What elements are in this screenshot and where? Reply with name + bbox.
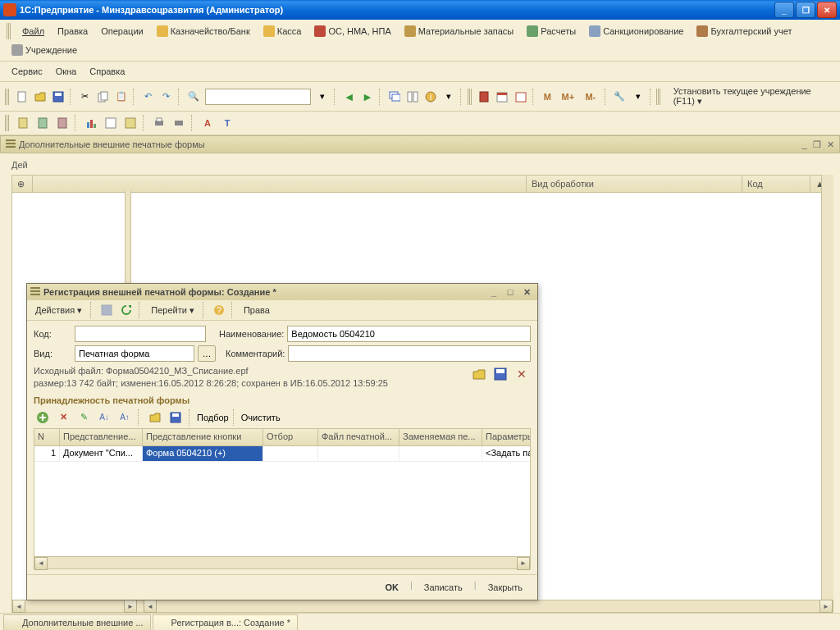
menu-cash[interactable]: Касса [258,24,307,39]
expand-col[interactable]: ⊕ [12,176,33,192]
m-button[interactable]: M [539,88,555,106]
col-code[interactable]: Код [742,176,810,192]
col-filter[interactable]: Отбор [263,429,318,445]
menu-inventory[interactable]: Материальные запасы [399,24,519,39]
add-button[interactable] [34,409,52,427]
save-file-button[interactable] [491,365,509,383]
pick-button[interactable]: Подбор [197,413,229,422]
col-n[interactable]: N [34,429,60,445]
save-button[interactable] [50,88,66,106]
close-button[interactable]: Закрыть [480,580,531,595]
menu-file[interactable]: Файл [17,25,49,38]
goto-menu[interactable]: Перейти ▾ [146,304,199,317]
minimize-button[interactable]: _ [774,2,794,18]
date-button[interactable] [513,88,529,106]
sort-desc-button[interactable]: A↑ [116,409,134,427]
find-button[interactable]: 🔍 [185,88,202,106]
col-params[interactable]: Параметры о... [482,429,530,445]
panel-restore-button[interactable]: ❐ [813,139,821,149]
cut-button[interactable]: ✂ [77,88,94,106]
maximize-button[interactable]: ❐ [796,2,815,18]
set-institution-button[interactable]: Установить текущее учреждение (F11) ▾ [665,84,835,108]
menu-sanction[interactable]: Санкционирование [584,24,688,39]
clear-button[interactable]: Очистить [241,413,281,422]
mminus-button[interactable]: M- [580,88,601,106]
print-button[interactable] [150,114,168,132]
report1-button[interactable] [14,114,32,132]
nav-back-button[interactable]: ◄ [341,88,358,106]
kind-select-button[interactable]: … [198,345,216,362]
redo-button[interactable]: ↷ [158,88,175,106]
menu-service[interactable]: Сервис [7,65,48,78]
chart3-button[interactable] [121,114,139,132]
text2-button[interactable]: T [218,114,236,132]
kind-input[interactable]: Печатная форма [75,345,194,362]
disk-button[interactable] [167,409,185,427]
dialog-maximize-button[interactable]: □ [503,285,518,299]
dialog-titlebar[interactable]: Регистрация внешней печатной формы: Созд… [27,284,537,300]
mplus-button[interactable]: M+ [557,88,578,106]
save-button[interactable] [98,301,116,319]
scroll-left-button[interactable]: ◄ [12,600,25,613]
col-name[interactable] [33,176,527,192]
code-input[interactable] [75,326,206,342]
chart2-button[interactable] [102,114,120,132]
menu-institution[interactable]: Учреждение [7,43,82,57]
search-input[interactable] [205,89,311,105]
search-dropdown[interactable]: ▾ [314,88,331,106]
dialog-close-button[interactable]: ✕ [519,285,534,299]
col-btn[interactable]: Представление кнопки [143,429,263,445]
close-button[interactable]: ✕ [817,2,837,18]
menu-calc[interactable]: Расчеты [522,24,581,39]
tab-registration[interactable]: Регистрация в...: Создание * [153,614,298,630]
report3-button[interactable] [53,114,71,132]
remove-button[interactable]: ✕ [54,409,72,427]
scroll-right-button[interactable]: ► [517,557,530,570]
menu-assets[interactable]: ОС, НМА, НПА [309,24,395,39]
calc-button[interactable] [476,88,492,106]
comment-input[interactable] [288,345,531,362]
help-button[interactable]: i [422,88,439,106]
menu-windows[interactable]: Окна [51,65,82,78]
open-button[interactable] [32,88,48,106]
scrollbar-horizontal[interactable]: ◄ ► ◄ ► [11,600,833,613]
scroll-left-button[interactable]: ◄ [144,600,157,613]
panel-close-button[interactable]: ✕ [827,139,834,149]
undo-button[interactable]: ↶ [140,88,157,106]
report2-button[interactable] [34,114,52,132]
save-button[interactable]: Записать [416,580,471,595]
selected-cell[interactable]: Форма 0504210 (+) [143,446,263,461]
scroll-left-button[interactable]: ◄ [34,557,48,570]
nav-fwd-button[interactable]: ► [359,88,376,106]
wrench-button[interactable]: 🔧 [611,88,628,106]
folder-button[interactable] [146,409,164,427]
printer-button[interactable] [170,114,188,132]
sort-asc-button[interactable]: A↓ [95,409,113,427]
rights-button[interactable]: Права [239,304,275,317]
menu-accounting[interactable]: Бухгалтерский учет [692,24,797,39]
new-button[interactable] [13,88,30,106]
table-row[interactable]: 1 Документ "Спи... Форма 0504210 (+) <За… [34,446,530,462]
windows-button[interactable] [386,88,403,106]
refresh-button[interactable] [117,301,135,319]
help-button[interactable]: ? [210,301,228,319]
panel-minimize-button[interactable]: _ [802,139,807,149]
calendar-button[interactable] [494,88,510,106]
delete-file-button[interactable]: ✕ [513,365,531,383]
dropdown-icon[interactable]: ▾ [441,88,457,106]
name-input[interactable]: Ведомость 0504210 [287,326,531,342]
paste-button[interactable]: 📋 [113,88,130,106]
scroll-right-button[interactable]: ► [124,600,137,613]
tab-external-forms[interactable]: Дополнительные внешние ... [3,614,151,630]
tile-button[interactable] [404,88,421,106]
edit-button[interactable]: ✎ [75,409,93,427]
menu-help[interactable]: Справка [84,65,130,78]
col-replace[interactable]: Заменяемая пе... [399,429,482,445]
text-button[interactable]: A [199,114,217,132]
actions-menu[interactable]: Действия ▾ [30,304,87,317]
dialog-minimize-button[interactable]: _ [486,285,501,299]
dropdown-icon[interactable]: ▾ [629,88,646,106]
scrollbar-vertical[interactable] [821,175,833,601]
menu-edit[interactable]: Правка [52,25,93,38]
scroll-right-button[interactable]: ► [819,600,833,613]
